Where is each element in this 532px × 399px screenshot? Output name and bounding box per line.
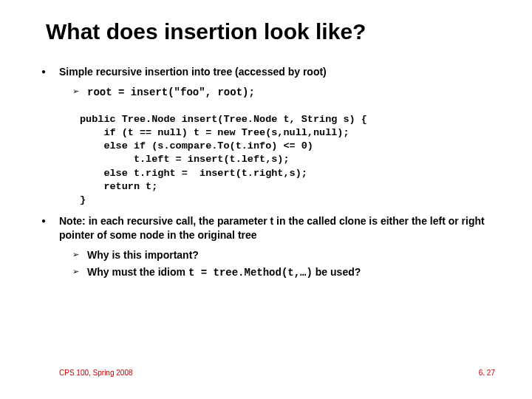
sub-bullet-why-important: Why is this important? [35,248,501,262]
footer-course: CPS 100, Spring 2008 [59,369,133,377]
idiom-code: t = tree.Method(t,…) [188,267,313,279]
idiom-suffix: be used? [313,266,361,278]
slide-content: Simple recursive insertion into tree (ac… [35,65,501,283]
code-inline-root: root = insert("foo", root); [87,86,255,98]
sub-bullet-why-idiom: Why must the idiom t = tree.Method(t,…) … [35,265,501,280]
bullet-simple-recursive: Simple recursive insertion into tree (ac… [35,65,501,79]
slide: What does insertion look like? Simple re… [0,0,532,399]
slide-title: What does insertion look like? [46,19,366,44]
sub-bullet-root-insert: root = insert("foo", root); [35,85,501,100]
idiom-prefix: Why must the idiom [87,266,188,278]
footer-page: 6. 27 [479,369,495,377]
code-block-insert: public Tree.Node insert(Tree.Node t, Str… [80,113,501,208]
bullet-note-recursive: Note: in each recursive call, the parame… [35,214,501,242]
